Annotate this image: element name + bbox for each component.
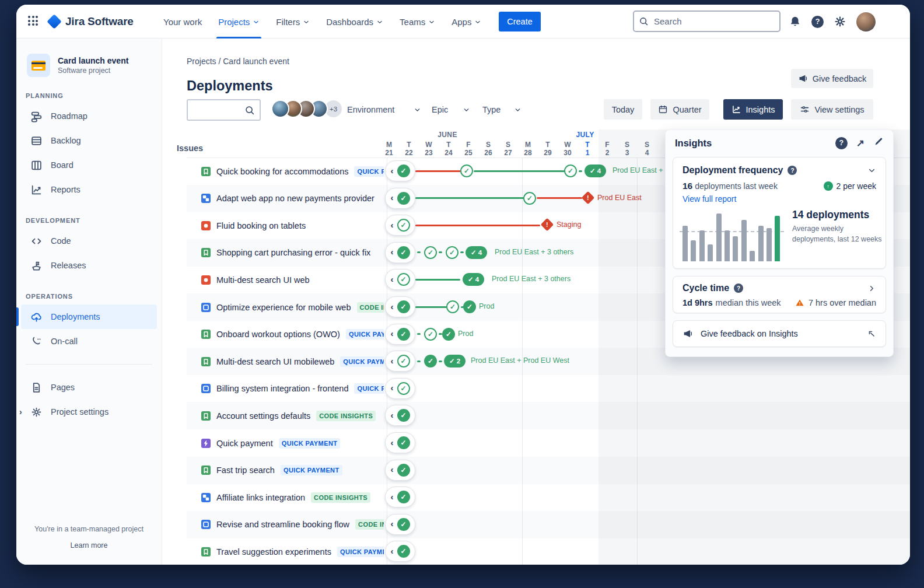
- chevron-right-icon[interactable]: [867, 284, 876, 293]
- expand-deployments-pill[interactable]: ‹✓: [385, 487, 415, 508]
- deployment-status-check[interactable]: ✓: [463, 300, 476, 313]
- deployment-frequency-help-icon[interactable]: ?: [788, 166, 797, 175]
- global-search[interactable]: [633, 10, 780, 32]
- view-settings-button[interactable]: View settings: [791, 99, 873, 120]
- filter-dropdown-epic[interactable]: Epic: [432, 103, 470, 117]
- expand-deployments-pill[interactable]: ‹✓: [385, 405, 415, 426]
- deployment-count-pill[interactable]: ✓ 4: [466, 246, 487, 259]
- deployment-status-check[interactable]: ✓: [523, 192, 536, 205]
- sidebar-item-pages[interactable]: Pages: [21, 375, 157, 400]
- deployment-status-check[interactable]: ✓: [460, 164, 473, 177]
- jira-logo[interactable]: Jira Software: [48, 5, 134, 38]
- expand-deployments-pill[interactable]: ‹✓: [385, 160, 415, 181]
- deployment-status-check[interactable]: ✓: [564, 164, 577, 177]
- expand-deployments-pill[interactable]: ‹✓: [385, 242, 415, 263]
- nav-item-your-work[interactable]: Your work: [163, 5, 202, 38]
- deployment-connector-line: [474, 170, 565, 172]
- nav-item-apps[interactable]: Apps: [452, 5, 481, 38]
- breadcrumb[interactable]: Projects / Card launch event: [187, 57, 289, 66]
- sidebar-item-backlog[interactable]: Backlog: [21, 128, 157, 153]
- chevron-right-icon[interactable]: ›: [19, 407, 22, 416]
- day-column-today: T1: [578, 141, 597, 157]
- day-column: S26: [478, 141, 498, 157]
- issue-title: Revise and streamline booking flow: [216, 520, 349, 529]
- deployment-status-check[interactable]: ✓: [424, 328, 437, 341]
- expand-deployments-pill[interactable]: ‹✓: [385, 215, 415, 236]
- deployment-status-check[interactable]: ✓: [424, 355, 437, 368]
- help-icon[interactable]: ?: [811, 16, 824, 28]
- filter-avatar[interactable]: [271, 100, 289, 118]
- sidebar-item-reports[interactable]: Reports: [21, 177, 157, 202]
- nav-item-label: Apps: [452, 17, 471, 27]
- notifications-bell-icon[interactable]: [789, 15, 802, 28]
- issue-row[interactable]: Fast trip searchQUICK PAYMENT‹✓: [187, 457, 910, 484]
- sidebar-item-board[interactable]: Board: [21, 153, 157, 177]
- deployment-status-check[interactable]: ✓: [446, 300, 459, 313]
- today-button[interactable]: Today: [604, 99, 642, 120]
- expand-deployments-pill[interactable]: ‹✓: [385, 460, 415, 481]
- give-feedback-button[interactable]: Give feedback: [791, 69, 873, 88]
- expand-deployments-pill[interactable]: ‹✓: [385, 269, 415, 290]
- insights-edit-pen-icon[interactable]: [873, 136, 884, 149]
- issue-row[interactable]: Travel suggestion experimentsQUICK PAYME…: [187, 538, 910, 565]
- filter-dropdown-environment[interactable]: Environment: [347, 103, 421, 117]
- insights-help-icon[interactable]: ?: [835, 137, 848, 149]
- expand-deployments-pill[interactable]: ‹✓: [385, 324, 415, 345]
- issue-row[interactable]: Revise and streamline booking flowCODE I…: [187, 511, 910, 538]
- issue-type-bug-icon: [201, 275, 211, 285]
- chart-bar: [699, 230, 705, 261]
- issue-row[interactable]: Account settings defaultsCODE INSIGHTS‹✓: [187, 402, 910, 429]
- learn-more-link[interactable]: Learn more: [16, 541, 162, 550]
- day-column: S4: [637, 141, 657, 157]
- environment-label: Staging: [556, 220, 581, 229]
- insights-expand-icon[interactable]: ↗: [856, 137, 864, 149]
- sidebar-item-releases[interactable]: Releases: [21, 253, 157, 278]
- create-button[interactable]: Create: [499, 12, 541, 32]
- nav-item-teams[interactable]: Teams: [400, 5, 435, 38]
- day-letter: S: [498, 141, 518, 149]
- sidebar-item-roadmap[interactable]: Roadmap: [21, 104, 157, 128]
- cycle-time-card: Cycle time ? 1d 9hrs median this week 7 …: [673, 276, 886, 313]
- expand-deployments-pill[interactable]: ‹✓: [385, 432, 415, 453]
- deployment-count-pill[interactable]: ✓ 4: [584, 164, 606, 177]
- cycle-time-help-icon[interactable]: ?: [734, 284, 743, 293]
- insights-feedback-card[interactable]: Give feedback on Insights: [673, 320, 886, 347]
- deployment-error-icon[interactable]: !: [582, 191, 595, 204]
- nav-item-dashboards[interactable]: Dashboards: [326, 5, 383, 38]
- expand-deployments-pill[interactable]: ‹✓: [385, 541, 415, 562]
- timeline-search-input[interactable]: [187, 99, 261, 121]
- quarter-button[interactable]: Quarter: [650, 99, 709, 120]
- quarter-label: Quarter: [673, 105, 701, 114]
- view-full-report-link[interactable]: View full report: [673, 191, 886, 204]
- deployment-status-check[interactable]: ✓: [446, 246, 459, 259]
- app-switcher-icon[interactable]: [28, 16, 40, 27]
- nav-item-projects[interactable]: Projects: [218, 5, 260, 38]
- expand-deployments-pill[interactable]: ‹✓: [385, 514, 415, 535]
- expand-deployments-pill[interactable]: ‹✓: [385, 351, 415, 372]
- filter-dropdown-type[interactable]: Type: [482, 103, 522, 117]
- deployment-status-check[interactable]: ✓: [424, 246, 437, 259]
- deployment-count-pill[interactable]: ✓ 4: [463, 273, 484, 286]
- user-avatar[interactable]: [856, 12, 876, 32]
- sidebar-item-project-settings[interactable]: ›Project settings: [21, 400, 157, 424]
- issue-row[interactable]: Billing system integration - frontendQUI…: [187, 375, 910, 402]
- issue-row[interactable]: Affiliate links integrationCODE INSIGHTS…: [187, 484, 910, 511]
- deployment-count-pill[interactable]: ✓ 2: [444, 355, 466, 368]
- deployment-error-icon[interactable]: !: [541, 218, 554, 232]
- expand-deployments-pill[interactable]: ‹✓: [385, 296, 415, 317]
- insights-button[interactable]: Insights: [723, 99, 783, 120]
- expand-deployments-pill[interactable]: ‹✓: [385, 188, 415, 209]
- cycle-time-value: 1d 9hrs: [682, 298, 713, 307]
- issue-row[interactable]: Quick paymentQUICK PAYMENT‹✓: [187, 429, 910, 457]
- sidebar-item-code[interactable]: Code: [21, 229, 157, 253]
- sidebar-item-on-call[interactable]: On-call: [21, 329, 157, 354]
- day-number: 22: [399, 149, 419, 157]
- sidebar-item-deployments[interactable]: Deployments: [21, 304, 157, 329]
- global-search-input[interactable]: [653, 16, 775, 27]
- deployment-status-check[interactable]: ✓: [442, 328, 455, 341]
- settings-gear-icon[interactable]: [834, 15, 846, 28]
- expand-deployments-pill[interactable]: ‹✓: [385, 378, 415, 399]
- nav-item-label: Your work: [163, 17, 202, 27]
- chevron-down-icon[interactable]: [867, 166, 876, 175]
- nav-item-filters[interactable]: Filters: [276, 5, 310, 38]
